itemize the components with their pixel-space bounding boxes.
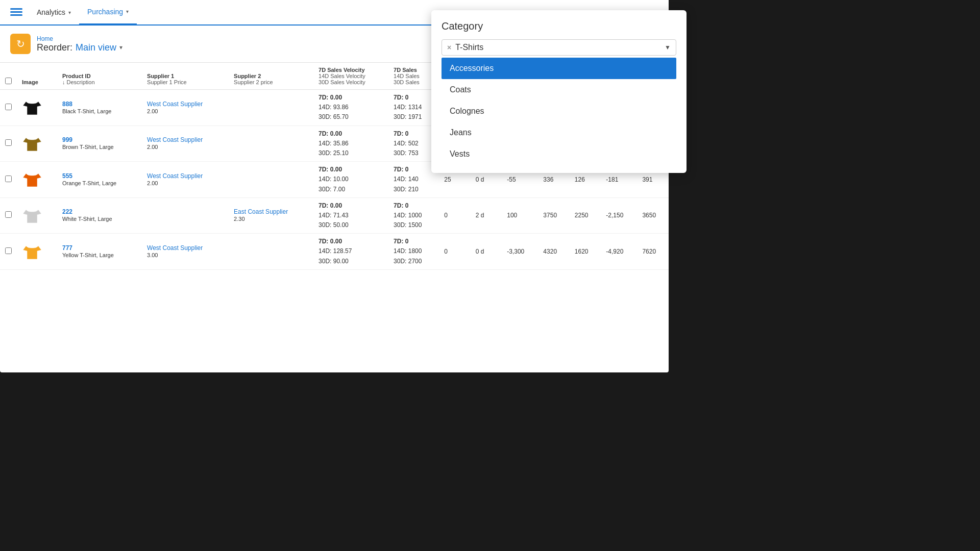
supplier1-price: 2.00 (147, 144, 158, 150)
view-chevron-icon[interactable]: ▾ (119, 44, 122, 51)
product-desc: White T-Shirt, Large (62, 216, 112, 222)
product-image-cell (17, 162, 57, 198)
extra-col-0: 0 (439, 197, 470, 234)
product-desc: Brown T-Shirt, Large (62, 144, 114, 150)
svg-rect-0 (10, 8, 22, 10)
product-image-cell (17, 197, 57, 234)
product-id[interactable]: 555 (62, 172, 137, 180)
sales-cell: 7D: 014D: 180030D: 2700 (388, 234, 439, 270)
extra-col-3: 4320 (538, 234, 569, 270)
table-row: 222White T-Shirt, LargeEast Coast Suppli… (0, 197, 669, 234)
refresh-icon[interactable]: ↻ (10, 34, 31, 54)
extra-col-2: -3,300 (502, 234, 538, 270)
product-id[interactable]: 999 (62, 136, 137, 143)
sales-velocity-cell: 7D: 0.0014D: 10.0030D: 7.00 (313, 162, 388, 198)
product-id[interactable]: 777 (62, 244, 137, 252)
extra-col-4: 1620 (570, 234, 601, 270)
category-option-jeans[interactable]: Jeans (442, 122, 676, 143)
extra-col-3: 3750 (538, 197, 569, 234)
category-input[interactable]: T-Shirts (455, 43, 665, 52)
supplier1-cell: West Coast Supplier2.00 (142, 126, 229, 162)
row-checkbox-1[interactable] (5, 139, 12, 146)
sales-velocity-cell: 7D: 0.0014D: 35.8630D: 25.10 (313, 126, 388, 162)
supplier1-price: 2.00 (147, 108, 158, 114)
category-dropdown-arrow-icon[interactable]: ▼ (665, 44, 671, 51)
sales-cell: 7D: 014D: 100030D: 1500 (388, 197, 439, 234)
extra-col-0: 0 (439, 234, 470, 270)
product-desc: Orange T-Shirt, Large (62, 180, 116, 186)
supplier2-cell: East Coast Supplier2.30 (229, 197, 313, 234)
product-id[interactable]: 222 (62, 208, 137, 215)
supplier1-cell: West Coast Supplier2.00 (142, 162, 229, 198)
product-image-cell (17, 234, 57, 270)
product-id-cell: 555Orange T-Shirt, Large (57, 162, 142, 198)
extra-col-1: 2 d (471, 197, 502, 234)
supplier1-price: 3.00 (147, 252, 158, 258)
extra-col-4: 2250 (570, 197, 601, 234)
table-row: 777Yellow T-Shirt, LargeWest Coast Suppl… (0, 234, 669, 270)
product-id[interactable]: 888 (62, 101, 137, 108)
category-options-list: AccessoriesCoatsColognesJeansVests (442, 58, 676, 165)
product-id-cell: 777Yellow T-Shirt, Large (57, 234, 142, 270)
extra-col-1: 0 d (471, 234, 502, 270)
product-desc: Black T-Shirt, Large (62, 108, 111, 114)
supplier2-cell (229, 126, 313, 162)
extra-col-5: -4,920 (601, 234, 637, 270)
supplier1-link[interactable]: West Coast Supplier (147, 244, 224, 252)
th-supplier2: Supplier 2 Supplier 2 price (229, 63, 313, 90)
sales-velocity-cell: 7D: 0.0014D: 93.8630D: 65.70 (313, 90, 388, 126)
select-all-checkbox[interactable] (5, 78, 12, 84)
category-input-row: × T-Shirts ▼ (442, 39, 676, 56)
sales-velocity-cell: 7D: 0.0014D: 71.4330D: 50.00 (313, 197, 388, 234)
category-title: Category (442, 20, 676, 32)
supplier1-cell: West Coast Supplier2.00 (142, 90, 229, 126)
product-id-cell: 999Brown T-Shirt, Large (57, 126, 142, 162)
supplier1-link[interactable]: West Coast Supplier (147, 101, 224, 108)
extra-col-5: -2,150 (601, 197, 637, 234)
row-checkbox-4[interactable] (5, 247, 12, 254)
page-title-view[interactable]: Main view (76, 42, 116, 53)
supplier1-link[interactable]: West Coast Supplier (147, 172, 224, 180)
supplier2-cell (229, 162, 313, 198)
supplier1-cell: West Coast Supplier3.00 (142, 234, 229, 270)
supplier2-cell (229, 90, 313, 126)
sales-velocity-cell: 7D: 0.0014D: 128.5730D: 90.00 (313, 234, 388, 270)
category-option-colognes[interactable]: Colognes (442, 101, 676, 122)
extra-col-6: 7620 (637, 234, 669, 270)
extra-col-6: 3650 (637, 197, 669, 234)
supplier1-price: 2.00 (147, 180, 158, 186)
product-image-cell (17, 90, 57, 126)
supplier1-link[interactable]: West Coast Supplier (147, 136, 224, 143)
category-clear-button[interactable]: × (447, 43, 451, 52)
analytics-chevron-icon: ▾ (68, 10, 71, 15)
product-image-cell (17, 126, 57, 162)
th-checkbox (0, 63, 17, 90)
page-title-prefix: Reorder: (37, 42, 72, 53)
category-dropdown: Category × T-Shirts ▼ AccessoriesCoatsCo… (431, 10, 687, 173)
nav-purchasing[interactable]: Purchasing ▾ (79, 0, 137, 25)
category-option-coats[interactable]: Coats (442, 79, 676, 101)
supplier2-cell (229, 234, 313, 270)
row-checkbox-3[interactable] (5, 211, 12, 218)
category-option-accessories[interactable]: Accessories (442, 58, 676, 79)
svg-rect-1 (10, 11, 22, 13)
th-sales-velocity: 7D Sales Velocity 14D Sales Velocity 30D… (313, 63, 388, 90)
supplier2-link[interactable]: East Coast Supplier (234, 208, 308, 215)
row-checkbox-2[interactable] (5, 176, 12, 182)
category-option-vests[interactable]: Vests (442, 143, 676, 165)
row-checkbox-0[interactable] (5, 104, 12, 110)
th-supplier1: Supplier 1 Supplier 1 Price (142, 63, 229, 90)
product-desc: Yellow T-Shirt, Large (62, 252, 114, 258)
product-id-cell: 888Black T-Shirt, Large (57, 90, 142, 126)
th-image: Image (17, 63, 57, 90)
breadcrumb: Home Reorder: Main view ▾ (37, 35, 122, 53)
th-product: Product ID ↓ Description (57, 63, 142, 90)
logo-icon[interactable] (8, 4, 24, 20)
supplier1-cell (142, 197, 229, 234)
extra-col-2: 100 (502, 197, 538, 234)
purchasing-chevron-icon: ▾ (126, 9, 129, 14)
product-id-cell: 222White T-Shirt, Large (57, 197, 142, 234)
main-container: Analytics ▾ Purchasing ▾ ↻ Home Reorder:… (0, 0, 980, 551)
nav-analytics[interactable]: Analytics ▾ (29, 0, 79, 25)
home-link[interactable]: Home (37, 35, 122, 42)
